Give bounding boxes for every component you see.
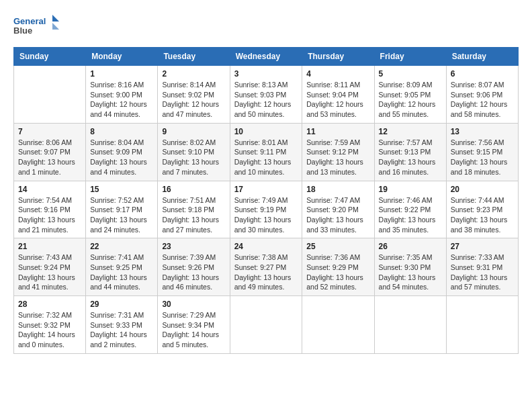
logo: General Blue [13,13,60,40]
day-number: 24 [234,242,298,251]
day-info: Sunrise: 7:33 AM Sunset: 9:31 PM Dayligh… [451,253,514,292]
calendar-week-row: 21Sunrise: 7:43 AM Sunset: 9:24 PM Dayli… [14,238,519,296]
calendar-cell [446,296,518,354]
day-number: 23 [162,242,225,251]
day-info: Sunrise: 7:31 AM Sunset: 9:33 PM Dayligh… [90,310,153,350]
day-number: 5 [379,69,442,79]
calendar-day-header: Tuesday [158,48,230,66]
calendar-cell: 16Sunrise: 7:51 AM Sunset: 9:18 PM Dayli… [158,181,230,238]
calendar-day-header: Thursday [302,48,374,66]
day-info: Sunrise: 8:11 AM Sunset: 9:04 PM Dayligh… [306,80,369,120]
day-info: Sunrise: 7:49 AM Sunset: 9:19 PM Dayligh… [234,195,298,235]
day-number: 30 [162,300,225,309]
calendar-day-header: Friday [374,48,446,66]
calendar-cell: 8Sunrise: 8:04 AM Sunset: 9:09 PM Daylig… [86,123,158,181]
day-info: Sunrise: 7:29 AM Sunset: 9:34 PM Dayligh… [162,310,225,350]
header: General Blue [13,13,519,40]
day-number: 22 [90,242,153,251]
calendar-cell: 23Sunrise: 7:39 AM Sunset: 9:26 PM Dayli… [158,238,230,296]
day-number: 27 [451,242,514,251]
day-info: Sunrise: 7:44 AM Sunset: 9:23 PM Dayligh… [451,195,514,235]
calendar-week-row: 7Sunrise: 8:06 AM Sunset: 9:07 PM Daylig… [14,123,519,181]
calendar-day-header: Monday [86,48,158,66]
day-number: 12 [379,127,442,136]
day-number: 25 [306,242,369,251]
calendar-day-header: Saturday [446,48,518,66]
calendar-cell: 19Sunrise: 7:46 AM Sunset: 9:22 PM Dayli… [374,181,446,238]
day-number: 10 [234,127,298,136]
day-info: Sunrise: 7:52 AM Sunset: 9:17 PM Dayligh… [90,195,153,235]
calendar-cell: 9Sunrise: 8:02 AM Sunset: 9:10 PM Daylig… [158,123,230,181]
calendar-cell: 1Sunrise: 8:16 AM Sunset: 9:00 PM Daylig… [86,66,158,124]
svg-marker-2 [52,15,59,21]
day-info: Sunrise: 7:47 AM Sunset: 9:20 PM Dayligh… [306,195,369,235]
day-info: Sunrise: 8:01 AM Sunset: 9:11 PM Dayligh… [234,138,298,177]
day-info: Sunrise: 8:09 AM Sunset: 9:05 PM Dayligh… [379,80,442,120]
calendar-cell: 6Sunrise: 8:07 AM Sunset: 9:06 PM Daylig… [446,66,518,124]
svg-text:General: General [13,16,46,26]
day-info: Sunrise: 7:46 AM Sunset: 9:22 PM Dayligh… [379,195,442,235]
calendar-cell: 2Sunrise: 8:14 AM Sunset: 9:02 PM Daylig… [158,66,230,124]
day-number: 26 [379,242,442,251]
day-number: 19 [379,185,442,194]
calendar-cell: 10Sunrise: 8:01 AM Sunset: 9:11 PM Dayli… [230,123,302,181]
day-number: 1 [90,69,153,79]
calendar-cell: 30Sunrise: 7:29 AM Sunset: 9:34 PM Dayli… [158,296,230,354]
calendar-cell: 12Sunrise: 7:57 AM Sunset: 9:13 PM Dayli… [374,123,446,181]
day-info: Sunrise: 8:13 AM Sunset: 9:03 PM Dayligh… [234,80,298,120]
calendar-table: SundayMondayTuesdayWednesdayThursdayFrid… [13,47,519,354]
day-number: 18 [306,185,369,194]
calendar-cell: 3Sunrise: 8:13 AM Sunset: 9:03 PM Daylig… [230,66,302,124]
calendar-cell [230,296,302,354]
day-info: Sunrise: 8:02 AM Sunset: 9:10 PM Dayligh… [162,138,225,177]
calendar-cell [302,296,374,354]
calendar-cell: 4Sunrise: 8:11 AM Sunset: 9:04 PM Daylig… [302,66,374,124]
calendar-day-header: Sunday [14,48,86,66]
day-info: Sunrise: 7:36 AM Sunset: 9:29 PM Dayligh… [306,253,369,292]
day-info: Sunrise: 7:32 AM Sunset: 9:32 PM Dayligh… [18,310,81,350]
day-number: 14 [18,185,81,194]
calendar-cell: 21Sunrise: 7:43 AM Sunset: 9:24 PM Dayli… [14,238,86,296]
calendar-cell: 7Sunrise: 8:06 AM Sunset: 9:07 PM Daylig… [14,123,86,181]
day-info: Sunrise: 7:38 AM Sunset: 9:27 PM Dayligh… [234,253,298,292]
logo-svg: General Blue [13,13,60,40]
calendar-week-row: 14Sunrise: 7:54 AM Sunset: 9:16 PM Dayli… [14,181,519,238]
day-number: 15 [90,185,153,194]
calendar-cell: 22Sunrise: 7:41 AM Sunset: 9:25 PM Dayli… [86,238,158,296]
calendar-cell: 25Sunrise: 7:36 AM Sunset: 9:29 PM Dayli… [302,238,374,296]
day-number: 13 [451,127,514,136]
day-info: Sunrise: 7:51 AM Sunset: 9:18 PM Dayligh… [162,195,225,235]
day-info: Sunrise: 8:14 AM Sunset: 9:02 PM Dayligh… [162,80,225,120]
day-info: Sunrise: 7:57 AM Sunset: 9:13 PM Dayligh… [379,138,442,177]
day-info: Sunrise: 7:41 AM Sunset: 9:25 PM Dayligh… [90,253,153,292]
day-number: 20 [451,185,514,194]
calendar-cell: 11Sunrise: 7:59 AM Sunset: 9:12 PM Dayli… [302,123,374,181]
calendar-cell: 17Sunrise: 7:49 AM Sunset: 9:19 PM Dayli… [230,181,302,238]
day-number: 28 [18,300,81,309]
svg-text:Blue: Blue [13,26,32,36]
day-number: 6 [451,69,514,79]
day-number: 4 [306,69,369,79]
calendar-header-row: SundayMondayTuesdayWednesdayThursdayFrid… [14,48,519,66]
day-info: Sunrise: 8:04 AM Sunset: 9:09 PM Dayligh… [90,138,153,177]
day-info: Sunrise: 7:39 AM Sunset: 9:26 PM Dayligh… [162,253,225,292]
day-number: 8 [90,127,153,136]
day-number: 16 [162,185,225,194]
day-number: 29 [90,300,153,309]
day-info: Sunrise: 8:06 AM Sunset: 9:07 PM Dayligh… [18,138,81,177]
calendar-week-row: 28Sunrise: 7:32 AM Sunset: 9:32 PM Dayli… [14,296,519,354]
day-number: 9 [162,127,225,136]
day-info: Sunrise: 8:16 AM Sunset: 9:00 PM Dayligh… [90,80,153,120]
calendar-cell: 13Sunrise: 7:56 AM Sunset: 9:15 PM Dayli… [446,123,518,181]
day-number: 7 [18,127,81,136]
calendar-cell: 5Sunrise: 8:09 AM Sunset: 9:05 PM Daylig… [374,66,446,124]
calendar-cell: 28Sunrise: 7:32 AM Sunset: 9:32 PM Dayli… [14,296,86,354]
calendar-cell: 15Sunrise: 7:52 AM Sunset: 9:17 PM Dayli… [86,181,158,238]
calendar-cell: 27Sunrise: 7:33 AM Sunset: 9:31 PM Dayli… [446,238,518,296]
day-number: 3 [234,69,298,79]
calendar-cell: 20Sunrise: 7:44 AM Sunset: 9:23 PM Dayli… [446,181,518,238]
day-info: Sunrise: 7:43 AM Sunset: 9:24 PM Dayligh… [18,253,81,292]
day-info: Sunrise: 7:59 AM Sunset: 9:12 PM Dayligh… [306,138,369,177]
calendar-cell: 18Sunrise: 7:47 AM Sunset: 9:20 PM Dayli… [302,181,374,238]
day-info: Sunrise: 7:54 AM Sunset: 9:16 PM Dayligh… [18,195,81,235]
